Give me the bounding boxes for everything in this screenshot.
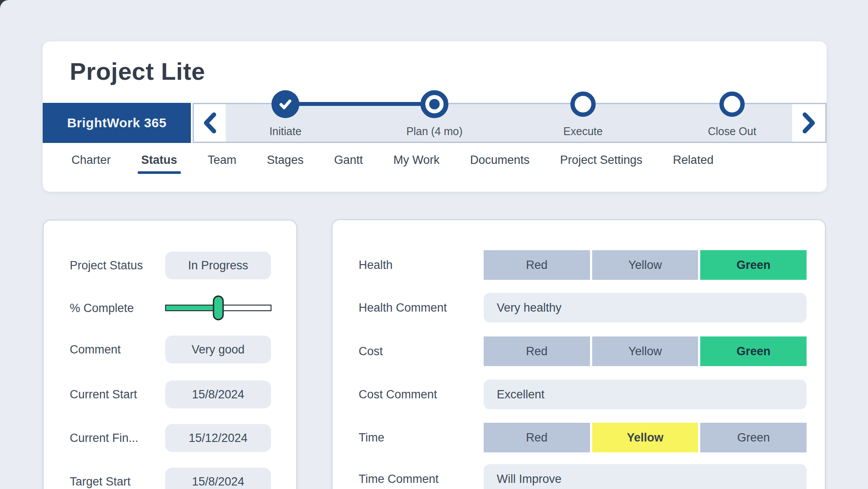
cost-label: Cost: [359, 345, 383, 358]
tab-status[interactable]: Status: [139, 153, 180, 174]
health-comment-row: Health Comment Very healthy: [332, 293, 825, 323]
health-label: Health: [359, 258, 393, 272]
cost-choice-group: Red Yellow Green: [484, 336, 807, 366]
target-start-row: Target Start 15/8/2024: [44, 468, 296, 489]
time-option-red[interactable]: Red: [484, 423, 590, 452]
tab-charter[interactable]: Charter: [69, 153, 113, 174]
tab-team[interactable]: Team: [205, 153, 239, 174]
previous-stage-button[interactable]: [194, 104, 226, 142]
health-status-card: Health Red Yellow Green Health Comment V…: [332, 219, 826, 489]
health-option-green[interactable]: Green: [700, 250, 807, 280]
current-start-label: Current Start: [70, 388, 137, 401]
cost-option-red[interactable]: Red: [484, 336, 590, 366]
comment-row: Comment Very good: [44, 336, 296, 363]
percent-complete-row: % Complete: [44, 294, 296, 322]
stage-execute-circle[interactable]: [570, 92, 596, 117]
stage-connector-completed: [285, 102, 434, 106]
current-finish-value[interactable]: 15/12/2024: [165, 424, 271, 452]
time-option-yellow[interactable]: Yellow: [592, 423, 698, 452]
chevron-right-icon: [801, 112, 817, 134]
tab-documents[interactable]: Documents: [468, 153, 532, 174]
cost-option-green[interactable]: Green: [700, 336, 807, 366]
project-status-card: Project Status In Progress % Complete Co…: [43, 220, 297, 489]
comment-value[interactable]: Very good: [165, 336, 271, 363]
slider-fill: [166, 306, 218, 310]
time-option-green[interactable]: Green: [700, 423, 807, 452]
percent-complete-label: % Complete: [70, 302, 134, 315]
stage-initiate-label: Initiate: [269, 125, 302, 138]
page-title: Project Lite: [70, 57, 205, 85]
current-finish-row: Current Fin... 15/12/2024: [44, 424, 296, 452]
check-icon: [278, 97, 293, 112]
chevron-left-icon: [202, 112, 218, 134]
health-comment-label: Health Comment: [359, 301, 447, 315]
health-comment-value[interactable]: Very healthy: [484, 293, 807, 323]
time-comment-row: Time Comment Will Improve: [332, 464, 825, 489]
stage-plan-circle[interactable]: [420, 90, 448, 118]
health-option-red[interactable]: Red: [484, 250, 590, 280]
percent-complete-slider[interactable]: [165, 294, 271, 322]
current-finish-label: Current Fin...: [70, 431, 139, 445]
project-status-value[interactable]: In Progress: [165, 251, 271, 279]
slider-thumb[interactable]: [213, 295, 224, 320]
brightwork-365-badge: BrightWork 365: [43, 103, 191, 143]
stage-close-out-circle[interactable]: [719, 92, 745, 117]
current-stage-dot-icon: [429, 99, 440, 109]
time-row: Time Red Yellow Green: [332, 423, 825, 452]
tab-gantt[interactable]: Gantt: [332, 153, 366, 174]
stage-execute-label: Execute: [563, 125, 603, 138]
stage-close-out-label: Close Out: [708, 125, 756, 138]
project-lite-page: Project Lite BrightWork 365 Initiate: [0, 0, 868, 489]
current-start-row: Current Start 15/8/2024: [44, 380, 296, 408]
tab-my-work[interactable]: My Work: [391, 153, 442, 174]
project-status-label: Project Status: [70, 259, 143, 272]
stage-initiate-circle[interactable]: [271, 90, 299, 118]
tab-stages[interactable]: Stages: [264, 153, 306, 174]
current-start-value[interactable]: 15/8/2024: [165, 380, 271, 408]
comment-label: Comment: [70, 343, 121, 357]
project-status-row: Project Status In Progress: [44, 251, 296, 279]
target-start-value[interactable]: 15/8/2024: [165, 468, 271, 489]
time-comment-label: Time Comment: [359, 472, 439, 486]
health-row: Health Red Yellow Green: [332, 250, 825, 280]
brightwork-365-label: BrightWork 365: [67, 115, 166, 130]
time-label: Time: [359, 431, 384, 445]
tab-project-settings[interactable]: Project Settings: [557, 153, 645, 174]
stage-progress-bar: Initiate Plan (4 mo) Execute Close Out: [193, 103, 827, 143]
tab-related[interactable]: Related: [670, 153, 716, 174]
cost-comment-row: Cost Comment Excellent: [332, 380, 825, 409]
health-option-yellow[interactable]: Yellow: [592, 250, 698, 280]
target-start-label: Target Start: [70, 475, 131, 489]
stage-plan-label: Plan (4 mo): [406, 125, 462, 138]
cost-comment-value[interactable]: Excellent: [484, 380, 807, 409]
cost-comment-label: Cost Comment: [359, 388, 437, 401]
active-tab-underline: [138, 171, 181, 174]
time-comment-value[interactable]: Will Improve: [484, 464, 807, 489]
tab-bar: Charter Status Team Stages Gantt My Work…: [69, 153, 716, 174]
cost-option-yellow[interactable]: Yellow: [592, 336, 698, 366]
header-card: Project Lite BrightWork 365 Initiate: [43, 41, 827, 192]
next-stage-button[interactable]: [792, 104, 825, 142]
time-choice-group: Red Yellow Green: [484, 423, 807, 452]
health-choice-group: Red Yellow Green: [484, 250, 807, 280]
cost-row: Cost Red Yellow Green: [332, 336, 825, 366]
tab-status-label: Status: [141, 153, 177, 166]
